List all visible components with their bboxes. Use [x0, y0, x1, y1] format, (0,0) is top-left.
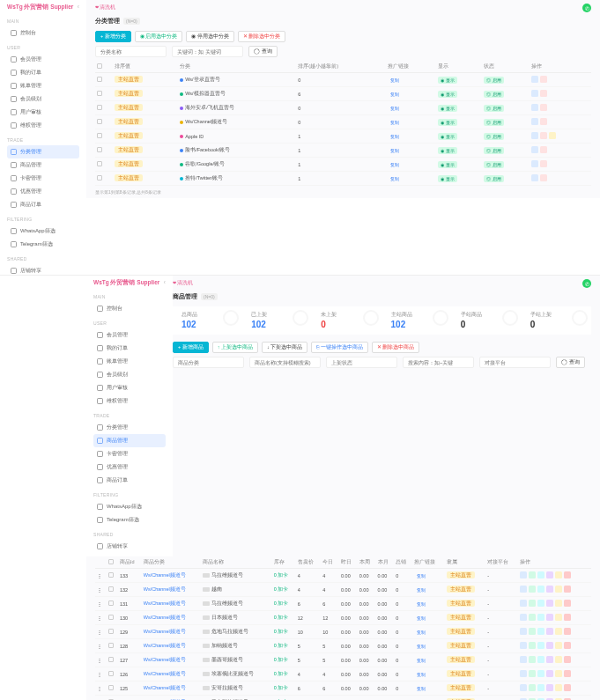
copy-link[interactable]: 复制 — [414, 685, 428, 692]
copy-link[interactable]: 复制 — [414, 572, 428, 579]
nav-complaint[interactable]: 维权管理 — [7, 119, 79, 132]
nav-category[interactable]: 分类管理 — [7, 145, 79, 158]
del-action[interactable] — [564, 628, 571, 635]
delete-button[interactable]: ✕ 删除选中分类 — [238, 31, 286, 42]
view-action[interactable] — [546, 628, 553, 635]
cat-name[interactable]: Ws/Channel频道号 — [180, 119, 227, 125]
row-checkbox[interactable] — [97, 175, 102, 181]
del-action[interactable] — [540, 118, 547, 125]
up-action[interactable] — [529, 586, 536, 593]
move-action[interactable] — [555, 586, 562, 593]
cat-badge[interactable]: 主站直营 — [115, 118, 143, 125]
cat-name[interactable]: 推特/Twitter/账号 — [180, 175, 223, 181]
cat-name[interactable]: Apple ID — [180, 134, 204, 139]
up-action[interactable] — [529, 628, 536, 635]
del-action[interactable] — [564, 670, 571, 677]
status-badge[interactable]: ◎ 启用 — [484, 147, 503, 154]
nav-review-2[interactable]: 用户审核 — [93, 381, 166, 394]
del-action[interactable] — [564, 600, 571, 607]
edit-action[interactable] — [520, 614, 527, 621]
nav-prodorders[interactable]: 商品订单 — [7, 198, 79, 211]
th-chk[interactable] — [107, 556, 118, 569]
up-action[interactable] — [529, 656, 536, 663]
show-badge[interactable]: ◉ 显示 — [438, 161, 456, 168]
copy-link[interactable]: 复制 — [388, 161, 402, 168]
stock[interactable]: 0 加卡 — [272, 597, 296, 611]
nav-member-2[interactable]: 会员管理 — [93, 328, 166, 342]
copy-action[interactable] — [537, 586, 544, 593]
copy-link[interactable]: 复制 — [388, 91, 402, 98]
nav-coupon-2[interactable]: 优惠管理 — [93, 461, 166, 474]
breadcrumb[interactable]: 清洗机 — [95, 4, 591, 11]
row-checkbox[interactable] — [97, 91, 102, 96]
copy-link[interactable]: 复制 — [388, 175, 402, 182]
stock[interactable]: 0 加卡 — [272, 653, 296, 667]
nav-shopshare-2[interactable]: 店铺转享 — [93, 540, 166, 553]
stock[interactable]: 0 加卡 — [272, 667, 296, 682]
show-badge[interactable]: ◉ 显示 — [438, 133, 456, 140]
copy-link[interactable]: 复制 — [414, 671, 428, 678]
up-action[interactable] — [529, 642, 536, 649]
edit-action[interactable] — [520, 600, 527, 607]
nav-product-2[interactable]: 商品管理 — [93, 434, 166, 447]
move-action[interactable] — [555, 656, 562, 663]
move-action[interactable] — [555, 571, 562, 578]
nav-level-2[interactable]: 会员级别 — [93, 368, 166, 381]
collapse-icon-2[interactable]: ‹ — [164, 279, 166, 285]
row-checkbox[interactable] — [108, 629, 114, 634]
nav-dashboard-2[interactable]: 控制台 — [93, 302, 166, 315]
nav-tg[interactable]: Telegram筛选 — [7, 238, 79, 251]
move-action[interactable] — [555, 642, 562, 649]
drag-handle[interactable]: ⋮ — [95, 667, 107, 682]
whatsapp-float-icon-2[interactable]: ✆ — [582, 279, 591, 288]
drag-handle[interactable]: ⋮ — [95, 625, 107, 639]
disable-button[interactable]: ◉ 停用选中分类 — [186, 31, 234, 42]
del-action[interactable] — [540, 174, 547, 181]
up-action[interactable] — [529, 614, 536, 621]
delete-product-button[interactable]: ✕ 删除选中商品 — [372, 342, 420, 353]
del-action[interactable] — [564, 614, 571, 621]
status-badge[interactable]: ◎ 启用 — [484, 77, 503, 84]
cat-badge[interactable]: 主站直营 — [115, 104, 143, 111]
stock[interactable]: 0 加卡 — [272, 682, 296, 696]
row-checkbox[interactable] — [108, 685, 114, 690]
add-product-button[interactable]: + 新增商品 — [173, 342, 209, 353]
nav-myorders[interactable]: 我的订单 — [7, 66, 79, 79]
cat-badge[interactable]: 主站直营 — [115, 132, 143, 139]
product-name-input[interactable] — [249, 357, 321, 368]
copy-link[interactable]: 复制 — [414, 643, 428, 650]
status-badge[interactable]: ◎ 启用 — [484, 119, 503, 126]
product-cat[interactable]: Ws/Channel频道号 — [144, 629, 186, 634]
product-name[interactable]: 埃塞俄比亚频道号 — [201, 667, 272, 682]
copy-action[interactable] — [537, 670, 544, 677]
nav-coupon[interactable]: 优惠管理 — [7, 185, 79, 198]
del-action[interactable] — [540, 146, 547, 153]
view-action[interactable] — [546, 586, 553, 593]
nav-member[interactable]: 会员管理 — [7, 53, 79, 66]
up-action[interactable] — [529, 571, 536, 578]
del-action[interactable] — [540, 132, 547, 139]
nav-wa-2[interactable]: WhatsApp筛选 — [93, 500, 166, 513]
drag-handle[interactable]: ⋮ — [95, 569, 107, 583]
del-action[interactable] — [540, 90, 547, 97]
copy-link[interactable]: 复制 — [414, 657, 428, 664]
view-action[interactable] — [546, 614, 553, 621]
edit-action[interactable] — [531, 146, 538, 153]
view-action[interactable] — [546, 600, 553, 607]
del-action[interactable] — [540, 160, 547, 167]
drag-handle[interactable]: ⋮ — [95, 597, 107, 611]
del-action[interactable] — [564, 684, 571, 691]
del-action[interactable] — [540, 76, 547, 83]
keyword-input[interactable] — [172, 46, 243, 57]
copy-link[interactable]: 复制 — [414, 586, 428, 593]
copy-link[interactable]: 复制 — [388, 147, 402, 154]
view-action[interactable] — [546, 670, 553, 677]
product-cat[interactable]: Ws/Channel频道号 — [144, 643, 186, 648]
stock[interactable]: 0 加卡 — [272, 625, 296, 639]
stock[interactable]: 0 加卡 — [272, 639, 296, 653]
move-action[interactable] — [555, 628, 562, 635]
drag-handle[interactable]: ⋮ — [95, 611, 107, 625]
edit-action[interactable] — [531, 90, 538, 97]
copy-action[interactable] — [537, 600, 544, 607]
copy-link[interactable]: 复制 — [414, 615, 428, 622]
